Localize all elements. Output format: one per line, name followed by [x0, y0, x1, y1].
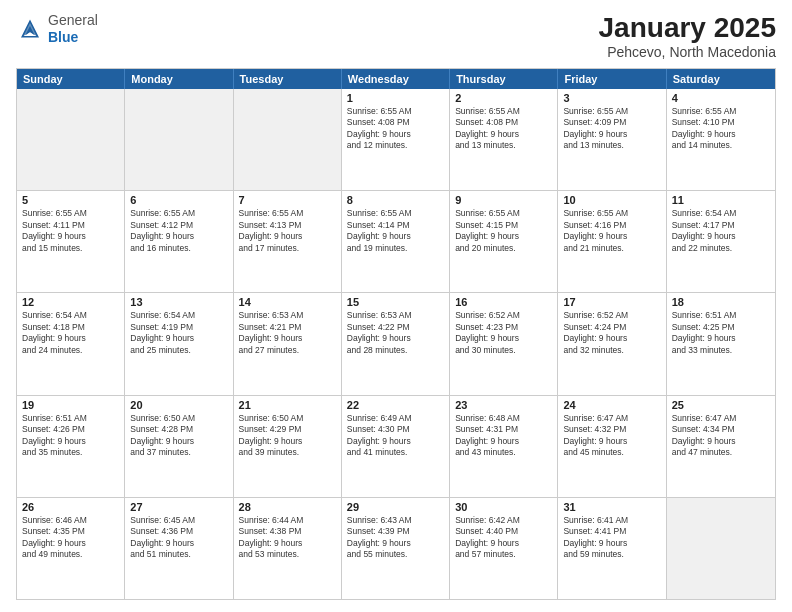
day-number: 13 [130, 296, 227, 308]
day-number: 1 [347, 92, 444, 104]
day-number: 16 [455, 296, 552, 308]
day-number: 8 [347, 194, 444, 206]
calendar-cell: 19Sunrise: 6:51 AM Sunset: 4:26 PM Dayli… [17, 396, 125, 497]
day-number: 19 [22, 399, 119, 411]
calendar: SundayMondayTuesdayWednesdayThursdayFrid… [16, 68, 776, 600]
page-subtitle: Pehcevo, North Macedonia [599, 44, 776, 60]
day-info: Sunrise: 6:52 AM Sunset: 4:24 PM Dayligh… [563, 310, 660, 356]
calendar-body: 1Sunrise: 6:55 AM Sunset: 4:08 PM Daylig… [17, 89, 775, 599]
day-info: Sunrise: 6:42 AM Sunset: 4:40 PM Dayligh… [455, 515, 552, 561]
day-number: 17 [563, 296, 660, 308]
logo-general: General [48, 12, 98, 29]
calendar-day-header: Thursday [450, 69, 558, 89]
calendar-day-header: Tuesday [234, 69, 342, 89]
calendar-cell: 30Sunrise: 6:42 AM Sunset: 4:40 PM Dayli… [450, 498, 558, 599]
day-number: 21 [239, 399, 336, 411]
calendar-cell: 17Sunrise: 6:52 AM Sunset: 4:24 PM Dayli… [558, 293, 666, 394]
logo-blue: Blue [48, 29, 98, 46]
day-number: 7 [239, 194, 336, 206]
calendar-day-header: Monday [125, 69, 233, 89]
calendar-cell: 21Sunrise: 6:50 AM Sunset: 4:29 PM Dayli… [234, 396, 342, 497]
day-info: Sunrise: 6:47 AM Sunset: 4:32 PM Dayligh… [563, 413, 660, 459]
day-number: 5 [22, 194, 119, 206]
day-number: 15 [347, 296, 444, 308]
day-number: 28 [239, 501, 336, 513]
logo-text: General Blue [48, 12, 98, 46]
calendar-week-row: 12Sunrise: 6:54 AM Sunset: 4:18 PM Dayli… [17, 293, 775, 395]
day-number: 12 [22, 296, 119, 308]
day-info: Sunrise: 6:43 AM Sunset: 4:39 PM Dayligh… [347, 515, 444, 561]
calendar-cell: 5Sunrise: 6:55 AM Sunset: 4:11 PM Daylig… [17, 191, 125, 292]
calendar-cell: 31Sunrise: 6:41 AM Sunset: 4:41 PM Dayli… [558, 498, 666, 599]
calendar-week-row: 19Sunrise: 6:51 AM Sunset: 4:26 PM Dayli… [17, 396, 775, 498]
title-block: January 2025 Pehcevo, North Macedonia [599, 12, 776, 60]
day-number: 20 [130, 399, 227, 411]
calendar-cell: 13Sunrise: 6:54 AM Sunset: 4:19 PM Dayli… [125, 293, 233, 394]
day-info: Sunrise: 6:51 AM Sunset: 4:25 PM Dayligh… [672, 310, 770, 356]
page-title: January 2025 [599, 12, 776, 44]
day-info: Sunrise: 6:55 AM Sunset: 4:13 PM Dayligh… [239, 208, 336, 254]
day-info: Sunrise: 6:55 AM Sunset: 4:09 PM Dayligh… [563, 106, 660, 152]
calendar-cell: 15Sunrise: 6:53 AM Sunset: 4:22 PM Dayli… [342, 293, 450, 394]
day-number: 11 [672, 194, 770, 206]
day-info: Sunrise: 6:51 AM Sunset: 4:26 PM Dayligh… [22, 413, 119, 459]
calendar-week-row: 5Sunrise: 6:55 AM Sunset: 4:11 PM Daylig… [17, 191, 775, 293]
day-info: Sunrise: 6:52 AM Sunset: 4:23 PM Dayligh… [455, 310, 552, 356]
day-info: Sunrise: 6:54 AM Sunset: 4:19 PM Dayligh… [130, 310, 227, 356]
day-number: 29 [347, 501, 444, 513]
day-number: 18 [672, 296, 770, 308]
day-info: Sunrise: 6:44 AM Sunset: 4:38 PM Dayligh… [239, 515, 336, 561]
day-number: 24 [563, 399, 660, 411]
day-number: 23 [455, 399, 552, 411]
calendar-day-header: Friday [558, 69, 666, 89]
calendar-day-header: Wednesday [342, 69, 450, 89]
calendar-cell: 24Sunrise: 6:47 AM Sunset: 4:32 PM Dayli… [558, 396, 666, 497]
day-number: 31 [563, 501, 660, 513]
calendar-cell-empty [17, 89, 125, 190]
calendar-header: SundayMondayTuesdayWednesdayThursdayFrid… [17, 69, 775, 89]
day-number: 4 [672, 92, 770, 104]
calendar-week-row: 1Sunrise: 6:55 AM Sunset: 4:08 PM Daylig… [17, 89, 775, 191]
day-number: 9 [455, 194, 552, 206]
day-number: 22 [347, 399, 444, 411]
calendar-cell: 7Sunrise: 6:55 AM Sunset: 4:13 PM Daylig… [234, 191, 342, 292]
day-info: Sunrise: 6:50 AM Sunset: 4:28 PM Dayligh… [130, 413, 227, 459]
logo: General Blue [16, 12, 98, 46]
day-info: Sunrise: 6:54 AM Sunset: 4:17 PM Dayligh… [672, 208, 770, 254]
day-info: Sunrise: 6:49 AM Sunset: 4:30 PM Dayligh… [347, 413, 444, 459]
day-info: Sunrise: 6:53 AM Sunset: 4:22 PM Dayligh… [347, 310, 444, 356]
calendar-cell: 18Sunrise: 6:51 AM Sunset: 4:25 PM Dayli… [667, 293, 775, 394]
calendar-cell: 25Sunrise: 6:47 AM Sunset: 4:34 PM Dayli… [667, 396, 775, 497]
day-number: 6 [130, 194, 227, 206]
calendar-cell: 23Sunrise: 6:48 AM Sunset: 4:31 PM Dayli… [450, 396, 558, 497]
calendar-day-header: Sunday [17, 69, 125, 89]
calendar-day-header: Saturday [667, 69, 775, 89]
calendar-cell: 8Sunrise: 6:55 AM Sunset: 4:14 PM Daylig… [342, 191, 450, 292]
calendar-cell-empty [667, 498, 775, 599]
page: General Blue January 2025 Pehcevo, North… [0, 0, 792, 612]
day-info: Sunrise: 6:55 AM Sunset: 4:16 PM Dayligh… [563, 208, 660, 254]
day-number: 3 [563, 92, 660, 104]
day-info: Sunrise: 6:55 AM Sunset: 4:08 PM Dayligh… [347, 106, 444, 152]
calendar-cell: 11Sunrise: 6:54 AM Sunset: 4:17 PM Dayli… [667, 191, 775, 292]
day-info: Sunrise: 6:55 AM Sunset: 4:11 PM Dayligh… [22, 208, 119, 254]
day-info: Sunrise: 6:55 AM Sunset: 4:12 PM Dayligh… [130, 208, 227, 254]
day-number: 2 [455, 92, 552, 104]
calendar-cell: 4Sunrise: 6:55 AM Sunset: 4:10 PM Daylig… [667, 89, 775, 190]
calendar-cell: 20Sunrise: 6:50 AM Sunset: 4:28 PM Dayli… [125, 396, 233, 497]
calendar-cell-empty [125, 89, 233, 190]
calendar-cell: 3Sunrise: 6:55 AM Sunset: 4:09 PM Daylig… [558, 89, 666, 190]
calendar-cell: 26Sunrise: 6:46 AM Sunset: 4:35 PM Dayli… [17, 498, 125, 599]
day-number: 26 [22, 501, 119, 513]
calendar-cell: 14Sunrise: 6:53 AM Sunset: 4:21 PM Dayli… [234, 293, 342, 394]
day-number: 14 [239, 296, 336, 308]
day-info: Sunrise: 6:47 AM Sunset: 4:34 PM Dayligh… [672, 413, 770, 459]
calendar-cell: 6Sunrise: 6:55 AM Sunset: 4:12 PM Daylig… [125, 191, 233, 292]
day-number: 30 [455, 501, 552, 513]
day-info: Sunrise: 6:55 AM Sunset: 4:15 PM Dayligh… [455, 208, 552, 254]
day-info: Sunrise: 6:53 AM Sunset: 4:21 PM Dayligh… [239, 310, 336, 356]
day-info: Sunrise: 6:54 AM Sunset: 4:18 PM Dayligh… [22, 310, 119, 356]
calendar-week-row: 26Sunrise: 6:46 AM Sunset: 4:35 PM Dayli… [17, 498, 775, 599]
day-number: 27 [130, 501, 227, 513]
day-info: Sunrise: 6:55 AM Sunset: 4:10 PM Dayligh… [672, 106, 770, 152]
